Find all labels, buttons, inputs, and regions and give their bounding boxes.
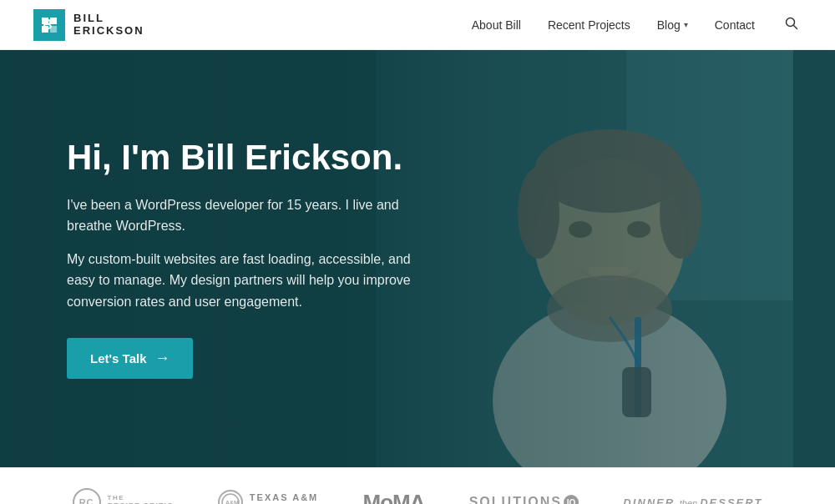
recipe-critic-emblem: RC: [73, 488, 101, 504]
cta-arrow-icon: →: [154, 350, 170, 367]
hero-desc-1: I've been a WordPress developer for 15 y…: [67, 194, 434, 237]
logo-moma: MoMA: [362, 490, 424, 505]
svg-line-6: [794, 25, 797, 28]
blog-chevron-icon: ▾: [684, 20, 688, 29]
hero-section: Hi, I'm Bill Erickson. I've been a WordP…: [0, 50, 835, 467]
cta-button[interactable]: Let's Talk →: [67, 338, 193, 379]
hero-content: Hi, I'm Bill Erickson. I've been a WordP…: [0, 50, 501, 467]
search-icon: [785, 17, 798, 30]
nav-contact[interactable]: Contact: [715, 18, 755, 32]
main-nav: About Bill Recent Projects Blog ▾ Contac…: [472, 13, 802, 37]
nav-about[interactable]: About Bill: [472, 18, 521, 32]
svg-text:A&M: A&M: [225, 500, 239, 504]
logo-icon: B: [33, 9, 65, 41]
nav-blog[interactable]: Blog ▾: [657, 18, 688, 32]
texas-emblem-icon: A&M: [218, 490, 243, 504]
logo-text: BILL ERICKSON: [73, 13, 144, 37]
search-button[interactable]: [782, 13, 802, 37]
nav-projects[interactable]: Recent Projects: [548, 18, 630, 32]
site-header: B BILL ERICKSON About Bill Recent Projec…: [0, 0, 835, 50]
site-logo[interactable]: B BILL ERICKSON: [33, 9, 144, 41]
hero-desc-2: My custom-built websites are fast loadin…: [67, 249, 434, 313]
hero-title: Hi, I'm Bill Erickson.: [67, 139, 434, 177]
logo-solutions-iq: SOLUTIONS IQ: [469, 495, 579, 504]
svg-text:B: B: [43, 18, 52, 32]
logo-recipe-critic: RC THE RECIPE CRITIC: [73, 488, 174, 504]
logo-dinner-dessert: DINNER then DESSERT: [623, 496, 762, 504]
logo-texas-am: A&M TEXAS A&M UNIVERSITY: [218, 490, 318, 504]
logos-bar: RC THE RECIPE CRITIC A&M TEXAS A&M UNIVE…: [0, 467, 835, 504]
